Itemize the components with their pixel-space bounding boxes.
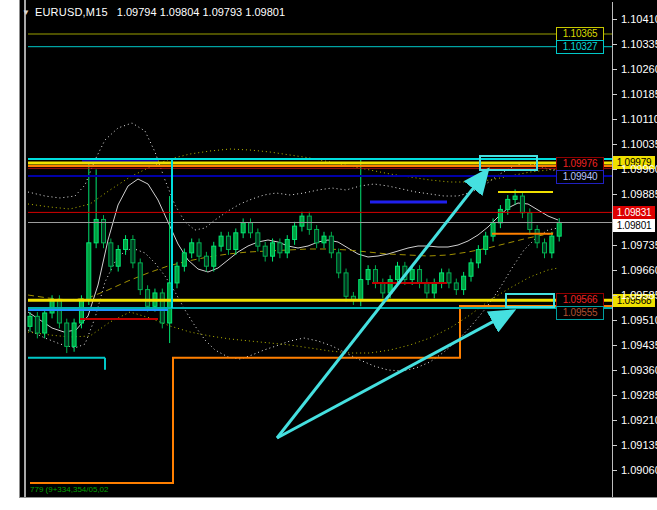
candle-body [116,250,120,267]
candle-body [557,222,561,236]
candle-body [190,243,194,253]
candle-body [410,270,414,280]
candle-body [241,223,245,233]
annotation-arrow[interactable] [277,312,511,438]
candle-body [234,233,238,250]
chart-title-quotes: 1.09794 1.09804 1.09793 1.09801 [117,6,285,18]
candle-body [506,199,510,209]
candle-body [28,316,32,326]
candle-body [381,283,385,293]
chart-title-symbol: EURUSD,M15 [35,6,108,18]
candle-body [447,273,451,283]
candle-body [285,239,289,252]
candle-body [65,323,69,346]
candle-body [322,236,326,243]
candle-body [278,243,282,253]
candle-body [271,243,275,256]
candle-body [498,209,502,222]
candle-body [212,246,216,266]
candle-body [462,276,466,289]
candle-body [528,213,532,230]
candle-body [87,243,91,300]
candle-body [219,236,223,246]
candle-body [175,266,179,283]
candle-body [425,283,429,293]
candle-body [432,283,436,293]
candle-body [197,243,201,256]
chart-title-bar: ▼EURUSD,M151.09794 1.09804 1.09793 1.098… [22,6,285,22]
candle-body [337,253,341,273]
chart-canvas[interactable] [0,0,657,510]
candle-body [249,223,253,233]
candle-body [35,316,39,333]
corner-stats-text: 779 (9+334,354/05,02 [30,485,109,494]
candle-body [359,280,363,300]
candle-body [396,266,400,279]
candle-body [293,226,297,239]
candle-body [513,196,517,199]
candle-body [300,216,304,226]
candle-body [543,243,547,253]
candle-body [315,229,319,242]
orange-step-line[interactable] [30,306,612,483]
candle-body [204,256,208,266]
candle-body [57,300,61,323]
candle-body [535,229,539,242]
candle-body [344,273,348,296]
candle-body [373,270,377,283]
candle-body [440,273,444,283]
candle-body [454,283,458,290]
candle-body [124,239,128,249]
candle-body [72,323,76,346]
candle-body [109,243,113,266]
candle-body [550,236,554,253]
candle-body [329,236,333,253]
candle-body [469,263,473,276]
metatrader-chart-window: { "window": { "title_symbol": "EURUSD,M1… [0,0,657,510]
candle-body [263,246,267,256]
candle-body [138,263,142,290]
candle-body [226,236,230,249]
candle-body [520,196,524,213]
candle-body [146,290,150,307]
candle-body [366,270,370,280]
candle-body [182,253,186,266]
candle-body [43,313,47,333]
candle-body [256,233,260,246]
candle-body [484,236,488,249]
candle-body [476,250,480,263]
chart-menu-caret-icon[interactable]: ▼ [22,8,30,17]
candle-body [131,239,135,262]
candle-body [418,270,422,283]
